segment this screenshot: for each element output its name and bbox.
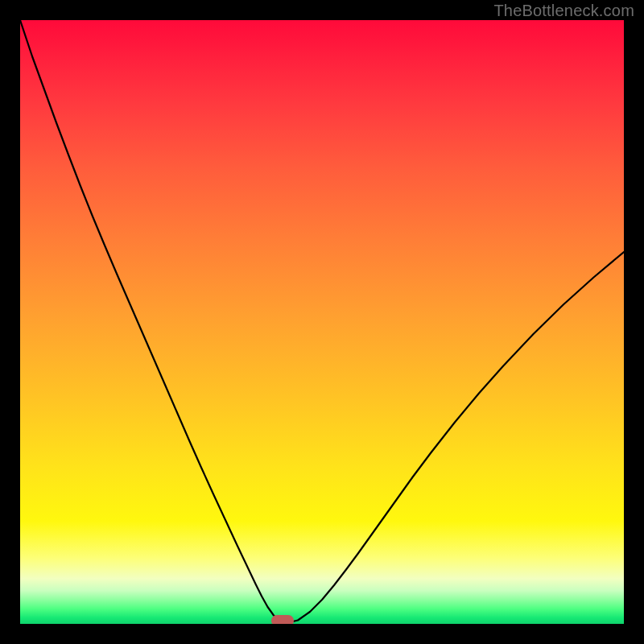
bottleneck-curve: [20, 20, 624, 624]
optimal-point-marker: [271, 615, 294, 624]
chart-frame: TheBottleneck.com: [0, 0, 644, 644]
plot-area: [20, 20, 624, 624]
watermark-text: TheBottleneck.com: [493, 2, 634, 20]
